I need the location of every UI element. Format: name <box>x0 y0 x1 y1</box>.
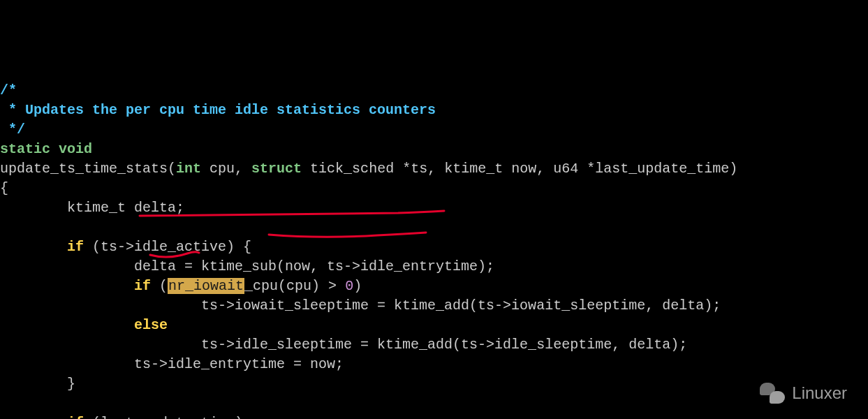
params-rest: tick_sched *ts, ktime_t now, u64 *last_u… <box>302 161 737 177</box>
iowait-line: ts->iowait_sleeptime = ktime_add(ts->iow… <box>0 297 721 314</box>
kw-static: static <box>0 141 50 157</box>
decl-line: ktime_t delta; <box>0 200 184 216</box>
if1-indent <box>0 239 67 255</box>
if2-open: ( <box>151 278 168 294</box>
fn-name: update_ts_time_stats <box>0 161 168 177</box>
if2-close: ) <box>353 278 362 294</box>
kw-else: else <box>134 317 168 333</box>
comment-close: */ <box>0 122 25 138</box>
kw-int: int <box>176 161 201 177</box>
brace-mid: } <box>0 376 75 392</box>
if1-cond: (ts->idle_active) { <box>84 239 251 255</box>
kw-if-2: if <box>134 278 151 294</box>
code-block: /* * Updates the per cpu time idle stati… <box>0 81 868 419</box>
if2-indent <box>0 278 134 294</box>
num-zero: 0 <box>345 278 353 294</box>
kw-if-3: if <box>67 415 84 419</box>
kw-if-1: if <box>67 239 84 255</box>
comment-open: /* <box>0 82 17 98</box>
highlight-nr-iowait: nr_iowait <box>168 278 244 294</box>
if3-indent <box>0 415 67 419</box>
kw-void: void <box>59 141 92 157</box>
else-indent <box>0 317 134 333</box>
entry-line: ts->idle_entrytime = now; <box>0 356 344 372</box>
watermark-text: Linuxer <box>792 381 847 405</box>
comment-body: * Updates the per cpu time idle statisti… <box>0 102 436 118</box>
brace-open: { <box>0 180 8 196</box>
kw-struct: struct <box>251 161 302 177</box>
if3-cond: (last_update_time) <box>84 415 243 419</box>
param-cpu: cpu, <box>201 161 251 177</box>
assign-delta: delta = ktime_sub(now, ts->idle_entrytim… <box>0 258 494 274</box>
if2-mid: _cpu(cpu) > <box>244 278 345 294</box>
idle-line: ts->idle_sleeptime = ktime_add(ts->idle_… <box>0 337 687 353</box>
watermark: Linuxer <box>760 381 847 405</box>
wechat-icon <box>760 383 785 404</box>
